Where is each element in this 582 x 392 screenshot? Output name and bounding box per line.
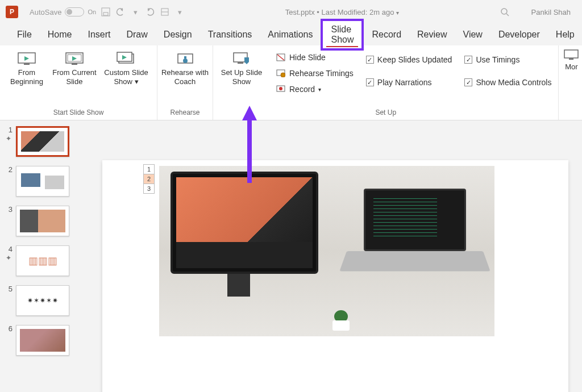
menu-slide-show[interactable]: Slide Show	[321, 19, 364, 51]
window-title: Test.pptx • Last Modified: 2m ago ▾	[189, 8, 495, 16]
slide-image[interactable]	[159, 166, 494, 336]
menu-transitions[interactable]: Transitions	[200, 26, 260, 43]
toggle-pill[interactable]	[65, 7, 84, 16]
custom-show-icon	[117, 51, 136, 66]
show-media-controls-checkbox[interactable]: Show Media Controls	[462, 76, 554, 89]
svg-point-24	[281, 73, 285, 77]
menu-animations[interactable]: Animations	[260, 26, 321, 43]
svg-rect-20	[238, 62, 243, 64]
svg-rect-18	[184, 56, 186, 59]
svg-marker-8	[24, 56, 29, 61]
menu-bar: File Home Insert Draw Design Transitions…	[0, 24, 582, 45]
user-name[interactable]: Pankil Shah	[531, 8, 571, 16]
anim-tag-2[interactable]: 2	[143, 174, 155, 184]
record-icon	[276, 85, 286, 94]
animation-order-tags[interactable]: 1 2 3	[143, 165, 155, 194]
svg-rect-1	[103, 12, 108, 15]
redo-icon[interactable]	[145, 7, 155, 17]
record-button[interactable]: Record ▾	[273, 83, 356, 95]
undo-dropdown-icon[interactable]: ▾	[130, 7, 140, 17]
checkbox-icon	[464, 56, 472, 64]
svg-rect-7	[24, 64, 30, 65]
play-narrations-checkbox[interactable]: Play Narrations	[364, 76, 455, 89]
anim-tag-3[interactable]: 3	[143, 184, 155, 194]
hide-slide-icon	[276, 53, 286, 62]
title-bar: P AutoSave On ▾ ▾ Test.pptx • Last Modif…	[0, 0, 582, 24]
thumbnail-2[interactable]: 2	[5, 166, 81, 197]
setup-show-icon	[232, 51, 251, 66]
slide-editor[interactable]: 1 2 3	[85, 120, 582, 392]
animation-star-icon: ✦	[6, 135, 11, 143]
set-up-slide-show-button[interactable]: Set Up Slide Show	[218, 49, 265, 86]
thumbnail-3[interactable]: 3	[5, 206, 81, 236]
thumbnail-5[interactable]: 5 ✷✶✷✶✷	[5, 285, 81, 316]
group-start-slide-show: From Beginning From Current Slide Custom…	[0, 45, 157, 120]
svg-point-4	[501, 9, 507, 14]
rehearse-timings-button[interactable]: Rehearse Timings	[273, 67, 356, 80]
menu-view[interactable]: View	[455, 26, 490, 43]
svg-rect-27	[564, 50, 578, 58]
custom-slide-show-button[interactable]: Custom Slide Show ▾	[100, 49, 152, 86]
checkbox-icon	[366, 56, 374, 64]
menu-record[interactable]: Record	[364, 26, 409, 43]
hide-slide-button[interactable]: Hide Slide	[273, 51, 356, 64]
thumbnail-1[interactable]: 1✦	[5, 126, 81, 157]
menu-review[interactable]: Review	[409, 26, 455, 43]
group-more: Mor	[559, 45, 582, 120]
thumbnail-6[interactable]: 6	[5, 325, 81, 356]
group-label-rehearse: Rehearse	[170, 106, 199, 120]
thumbnail-panel[interactable]: 1✦ 2 3 4✦ ▥▥▥ 5 ✷✶✷✶✷ 6	[0, 120, 85, 392]
use-timings-checkbox[interactable]: Use Timings	[462, 53, 554, 66]
from-current-icon	[65, 51, 84, 66]
svg-line-22	[277, 55, 284, 60]
rehearse-with-coach-button[interactable]: Rehearse with Coach	[161, 49, 209, 86]
from-beginning-icon	[17, 51, 36, 66]
undo-icon[interactable]	[115, 7, 126, 17]
ribbon: From Beginning From Current Slide Custom…	[0, 45, 582, 120]
checkbox-icon	[366, 78, 374, 86]
group-set-up: Set Up Slide Show Hide Slide Rehearse Ti…	[213, 45, 559, 120]
from-beginning-button[interactable]: From Beginning	[5, 49, 49, 86]
app-icon: P	[6, 6, 18, 18]
menu-developer[interactable]: Developer	[490, 26, 548, 43]
slide-canvas[interactable]: 1 2 3	[102, 160, 568, 392]
group-rehearse: Rehearse with Coach Rehearse	[157, 45, 213, 120]
anim-tag-1[interactable]: 1	[143, 164, 155, 174]
thumbnail-4[interactable]: 4✦ ▥▥▥	[5, 245, 81, 276]
monitors-button[interactable]: Mor	[560, 49, 582, 71]
qat-more-icon[interactable]: ▾	[174, 7, 185, 17]
svg-point-17	[183, 59, 188, 63]
monitor-icon	[563, 49, 579, 60]
autosave-toggle[interactable]: AutoSave On	[30, 7, 96, 16]
svg-rect-28	[569, 59, 573, 60]
chevron-down-icon: ▾	[318, 86, 321, 93]
autosave-state: On	[88, 9, 96, 15]
menu-home[interactable]: Home	[40, 26, 80, 43]
svg-line-5	[506, 14, 509, 16]
keep-slides-updated-checkbox[interactable]: Keep Slides Updated	[364, 53, 455, 66]
rehearse-coach-icon	[176, 51, 195, 66]
chevron-down-icon: ▾	[135, 77, 139, 86]
menu-draw[interactable]: Draw	[118, 26, 155, 43]
content-area: 1✦ 2 3 4✦ ▥▥▥ 5 ✷✶✷✶✷ 6 1 2 3	[0, 120, 582, 392]
svg-rect-10	[72, 64, 77, 65]
rehearse-timings-icon	[276, 69, 286, 78]
autosave-label: AutoSave	[30, 8, 61, 16]
group-label-start: Start Slide Show	[53, 106, 104, 120]
menu-insert[interactable]: Insert	[80, 26, 118, 43]
group-label-setup: Set Up	[375, 106, 396, 120]
menu-file[interactable]: File	[9, 26, 40, 43]
touch-mode-icon[interactable]	[160, 7, 170, 17]
menu-design[interactable]: Design	[156, 26, 200, 43]
search-icon[interactable]	[500, 7, 510, 17]
checkbox-icon	[464, 78, 472, 86]
svg-marker-12	[72, 56, 77, 61]
animation-star-icon: ✦	[6, 254, 11, 262]
menu-help[interactable]: Help	[548, 26, 582, 43]
save-icon[interactable]	[101, 7, 111, 17]
svg-rect-0	[102, 8, 110, 16]
svg-point-26	[279, 87, 282, 90]
from-current-slide-button[interactable]: From Current Slide	[52, 49, 97, 86]
